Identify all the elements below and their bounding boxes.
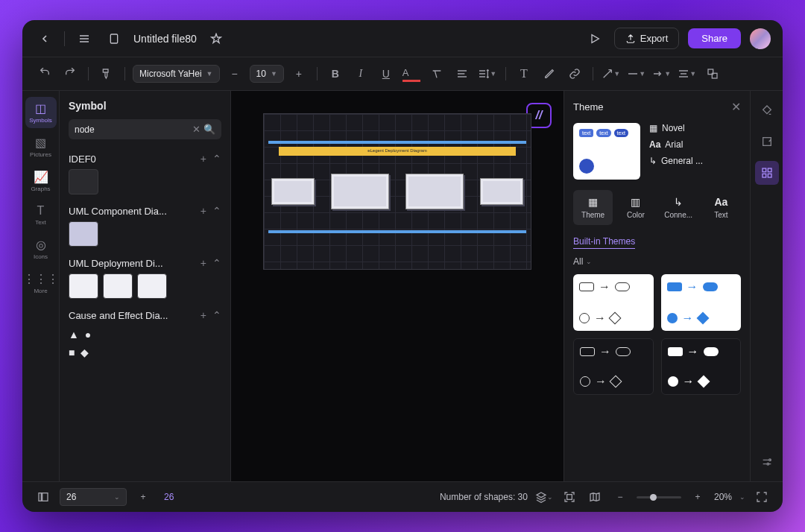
diagram[interactable]: eLegent Deployment Diagram	[263, 113, 531, 270]
avatar[interactable]	[750, 28, 771, 49]
export-tool[interactable]	[755, 130, 779, 153]
chevron-up-icon[interactable]: ⌃	[212, 153, 221, 165]
canvas[interactable]: // eLegent Deployment Diagram	[231, 91, 564, 481]
share-button[interactable]: Share	[688, 28, 741, 48]
add-page-button[interactable]: +	[134, 488, 152, 506]
diagram-node[interactable]	[271, 178, 315, 205]
category-cause-effect[interactable]: Cause and Effect Dia... +⌃	[69, 305, 221, 326]
theme-connector-prop: ↳General ...	[649, 156, 741, 166]
line-style-button[interactable]: ▼	[626, 63, 647, 84]
symbol-thumb[interactable]	[137, 273, 167, 299]
grid-tool[interactable]	[755, 161, 779, 185]
square-icon[interactable]: ■	[69, 346, 75, 358]
diamond-icon[interactable]: ◆	[80, 346, 89, 358]
font-family-select[interactable]: Microsoft YaHei ▼	[133, 65, 220, 83]
circle-icon[interactable]: ●	[85, 329, 91, 341]
arrow-style-button[interactable]: ▼	[651, 63, 672, 84]
diagram-node[interactable]	[331, 174, 389, 209]
zoom-slider[interactable]	[637, 496, 681, 498]
theme-preview: text text text	[573, 123, 640, 180]
diagram-node[interactable]	[480, 178, 523, 205]
italic-button[interactable]: I	[350, 63, 371, 84]
back-button[interactable]	[34, 28, 55, 49]
symbol-thumb[interactable]	[69, 169, 98, 194]
page-input[interactable]: 26 ⌄	[60, 488, 127, 506]
search-icon[interactable]: 🔍	[203, 124, 215, 135]
connector-button[interactable]: ▼	[601, 63, 622, 84]
export-button[interactable]: Export	[614, 28, 680, 49]
align-button[interactable]	[452, 63, 473, 84]
theme-card[interactable]: → →	[661, 338, 742, 395]
page-layout-button[interactable]	[34, 488, 52, 506]
theme-card[interactable]: → →	[573, 274, 654, 331]
undo-button[interactable]	[34, 63, 55, 84]
underline-button[interactable]: U	[376, 63, 397, 84]
category-uml-deployment[interactable]: UML Deployment Di... +⌃	[69, 253, 221, 273]
highlight-button[interactable]	[539, 63, 560, 84]
theme-card[interactable]: → →	[661, 274, 742, 331]
diagram-node[interactable]	[405, 174, 464, 209]
theme-card[interactable]: → →	[573, 338, 654, 395]
rail-icons[interactable]: ◎ Icons	[25, 233, 57, 265]
font-color-button[interactable]: A	[401, 63, 422, 84]
symbol-search[interactable]: ✕ 🔍	[69, 119, 221, 139]
tab-connector[interactable]: ↳Conne...	[659, 190, 698, 225]
category-idef0[interactable]: IDEF0 +⌃	[69, 148, 221, 169]
tab-color[interactable]: ▥Color	[616, 190, 655, 225]
fullscreen-button[interactable]	[753, 488, 771, 506]
plus-icon[interactable]: +	[201, 257, 206, 269]
chevron-down-icon: ▼	[271, 70, 277, 77]
rail-more[interactable]: ⋮⋮⋮ More	[25, 267, 57, 299]
chevron-up-icon[interactable]: ⌃	[212, 205, 221, 217]
rail-text[interactable]: T Text	[25, 200, 57, 230]
category-uml-component[interactable]: UML Component Dia... +⌃	[69, 200, 221, 221]
chevron-down-icon: ⌄	[586, 258, 592, 265]
plus-icon[interactable]: +	[201, 309, 206, 321]
symbol-thumb[interactable]	[103, 273, 133, 299]
font-size-select[interactable]: 10 ▼	[250, 65, 284, 83]
rail-graphs[interactable]: 📈 Graphs	[25, 165, 57, 197]
link-button[interactable]	[564, 63, 585, 84]
rail-symbols[interactable]: ◫ Symbols	[25, 97, 57, 128]
redo-button[interactable]	[60, 63, 80, 84]
distribute-button[interactable]: ▼	[677, 63, 698, 84]
theme-filter[interactable]: All ⌄	[573, 256, 741, 267]
zoom-out-button[interactable]: −	[611, 488, 629, 506]
tab-theme[interactable]: ▦Theme	[573, 190, 613, 225]
symbol-search-input[interactable]	[75, 124, 189, 135]
format-painter-button[interactable]	[96, 63, 117, 84]
symbol-thumb[interactable]	[69, 221, 98, 247]
fill-tool[interactable]	[755, 98, 779, 122]
settings-tool[interactable]	[755, 450, 779, 474]
plus-icon[interactable]: +	[201, 153, 206, 165]
favorite-button[interactable]	[206, 28, 227, 49]
plus-icon[interactable]: +	[201, 205, 206, 217]
play-button[interactable]	[584, 28, 605, 49]
layers-button[interactable]: ⌄	[535, 488, 553, 506]
bold-button[interactable]: B	[325, 63, 346, 84]
line-spacing-button[interactable]: ▼	[477, 63, 498, 84]
tab-text[interactable]: AaText	[701, 190, 741, 225]
close-panel-button[interactable]: ✕	[731, 100, 741, 114]
chevron-up-icon[interactable]: ⌃	[212, 309, 221, 321]
symbol-thumb[interactable]	[69, 273, 98, 299]
font-size-increase[interactable]: +	[288, 63, 309, 84]
map-button[interactable]	[586, 488, 604, 506]
clear-format-button[interactable]	[426, 63, 447, 84]
theme-color-prop: ▦Novel	[649, 123, 741, 133]
text-tool-button[interactable]: T	[514, 63, 534, 84]
chevron-down-icon[interactable]: ⌄	[739, 493, 745, 501]
builtin-themes-label[interactable]: Built-in Themes	[573, 236, 635, 249]
rail-pictures[interactable]: ▧ Pictures	[25, 131, 57, 162]
focus-button[interactable]	[561, 488, 578, 506]
triangle-icon[interactable]: ▲	[69, 329, 79, 341]
svg-rect-4	[763, 168, 766, 172]
menu-button[interactable]	[74, 28, 95, 49]
svg-point-9	[767, 463, 769, 465]
font-size-decrease[interactable]: −	[224, 63, 245, 84]
clear-search-icon[interactable]: ✕	[192, 124, 201, 135]
chevron-up-icon[interactable]: ⌃	[212, 257, 221, 269]
group-button[interactable]	[702, 63, 723, 84]
file-icon	[104, 28, 124, 49]
zoom-in-button[interactable]: +	[689, 488, 707, 506]
